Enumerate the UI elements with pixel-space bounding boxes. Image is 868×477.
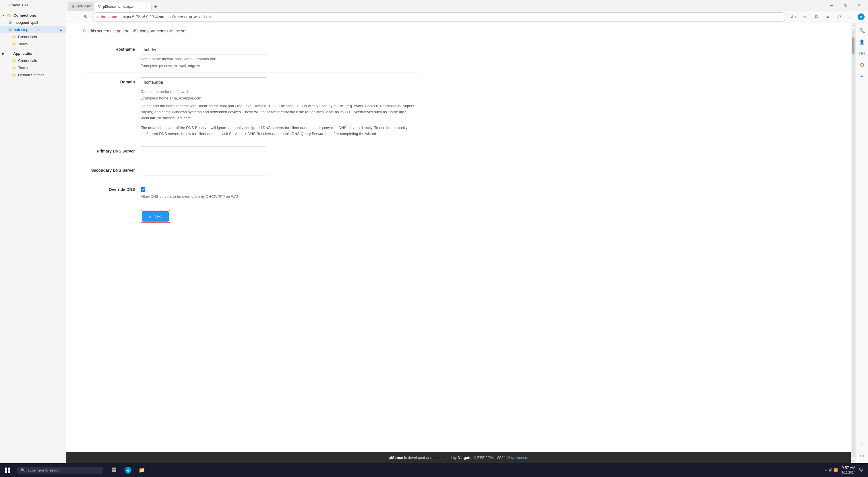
next-button-label: Next xyxy=(154,214,162,219)
minimize-button[interactable]: ─ xyxy=(825,0,838,11)
domain-row: Domain Domain name for the firewall. Exa… xyxy=(83,73,422,142)
start-button[interactable] xyxy=(0,463,15,477)
sidebar-item-credentials-app[interactable]: 📁 Credentials xyxy=(0,57,66,64)
footer-pfsense-text: pfSense xyxy=(389,455,403,460)
svg-rect-6 xyxy=(112,470,114,472)
domain-help: Domain name for the firewall. xyxy=(141,89,422,95)
primary-dns-input[interactable] xyxy=(141,146,267,156)
search-sidebar-btn[interactable]: 🔍 xyxy=(857,25,867,36)
warning-icon: ⚠ xyxy=(3,3,7,7)
scrollbar[interactable]: ▲ ▼ xyxy=(851,23,856,463)
scrollbar-down[interactable]: ▼ xyxy=(851,458,856,463)
footer-copyright: © ESF 2004 - 2024 xyxy=(473,455,506,460)
tab-overview[interactable]: ⊞ Overview xyxy=(68,2,94,11)
scrollbar-track[interactable] xyxy=(852,29,855,457)
edge-taskbar-btn[interactable]: e xyxy=(122,463,134,477)
back-button[interactable]: ← xyxy=(69,12,79,22)
domain-example: Examples: home.arpa, example.com xyxy=(141,96,422,100)
read-mode-button[interactable]: Aa xyxy=(789,12,798,22)
taskview-button[interactable] xyxy=(108,463,121,477)
sidebar-item-hub-step-stone[interactable]: 🖥 hub-step-stone ▲ xyxy=(0,26,66,33)
office-sidebar-btn[interactable]: ⬡ xyxy=(857,60,867,70)
hostname-example: Examples: pfsense, firewall, edgefw xyxy=(141,64,422,68)
connections-section: ▼ 📁 Connections 🖥 ihoogend-vps3 🖥 hub-st… xyxy=(0,10,66,49)
scrollbar-up[interactable]: ▲ xyxy=(851,23,856,28)
sidebar-item-credentials-conn[interactable]: 📁 Credentials xyxy=(0,33,66,40)
secondary-dns-field xyxy=(141,166,422,175)
tasks-conn-label: Tasks xyxy=(18,42,28,46)
nav-bar: ← ↻ ⚠ Not secure | https://172.16.0.20/w… xyxy=(66,11,868,23)
browser-essentials-button[interactable]: 🛡 xyxy=(835,12,844,22)
taskbar-clock: 9:57 AM 5/16/2024 xyxy=(841,465,856,475)
settings-sidebar-btn[interactable]: ⚙ xyxy=(857,451,867,461)
active-indicator: ▲ xyxy=(59,28,62,31)
scrollbar-thumb[interactable] xyxy=(852,37,855,55)
override-dns-help: Allow DNS servers to be overridden by DH… xyxy=(141,194,422,200)
url-separator: | xyxy=(119,14,120,19)
primary-dns-field xyxy=(141,146,422,156)
sidebar-item-tasks-conn[interactable]: 📁 Tasks xyxy=(0,40,66,47)
not-secure-icon: ⚠ xyxy=(96,15,99,19)
connections-header[interactable]: ▼ 📁 Connections xyxy=(0,11,66,19)
outlook-sidebar-btn[interactable]: 📧 xyxy=(857,48,867,59)
browser-window: ⊞ Overview 🛡 pfSense.home.arpa - Wizard:… xyxy=(66,0,868,463)
collections-button[interactable]: ★ xyxy=(823,12,832,22)
override-dns-row: Override DNS Allow DNS servers to be ove… xyxy=(83,180,422,204)
app-title: ⚠ Oracle TSX xyxy=(0,0,66,10)
notification-icon[interactable]: 🗨 xyxy=(859,468,863,473)
taskbar-date: 5/16/2024 xyxy=(841,470,856,475)
profile-sidebar-btn[interactable]: 👤 xyxy=(857,37,867,47)
explorer-taskbar-btn[interactable]: 📁 xyxy=(135,463,148,477)
hostname-field: Name of the firewall host, without domai… xyxy=(141,45,422,68)
svg-rect-5 xyxy=(114,468,116,470)
new-tab-button[interactable]: + xyxy=(152,3,160,11)
primary-dns-row: Primary DNS Server xyxy=(83,142,422,161)
folder-icon-tasks: 📁 xyxy=(12,42,17,46)
hostname-input[interactable] xyxy=(141,45,267,55)
not-secure-text: Not secure xyxy=(100,15,117,19)
app-sidebar: ⚠ Oracle TSX ▼ 📁 Connections 🖥 ihoogend-… xyxy=(0,0,66,463)
maximize-button[interactable]: ⧉ xyxy=(839,0,852,11)
copilot-sidebar-btn[interactable]: ✦ xyxy=(857,71,867,81)
expand-icon-app: ▶ xyxy=(2,52,5,55)
hostname-help: Name of the firewall host, without domai… xyxy=(141,56,422,62)
taskbar-right: ∧ 🔊 📶 9:57 AM 5/16/2024 🗨 xyxy=(825,465,868,475)
footer-license-link[interactable]: View license. xyxy=(507,455,528,460)
expand-icon: ▼ xyxy=(2,14,5,17)
address-bar[interactable]: ⚠ Not secure | https://172.16.0.20/wizar… xyxy=(92,12,786,22)
primary-dns-label: Primary DNS Server xyxy=(83,146,141,154)
more-button[interactable]: ··· xyxy=(846,12,856,22)
next-button[interactable]: » Next xyxy=(142,211,169,222)
secondary-dns-input[interactable] xyxy=(141,166,267,175)
edge-icon: e xyxy=(858,13,865,20)
add-sidebar-btn[interactable]: + xyxy=(857,439,867,449)
sidebar-item-vps3[interactable]: 🖥 ihoogend-vps3 xyxy=(0,19,66,26)
taskbar-search[interactable]: 🔍 Type here to search xyxy=(17,467,103,474)
button-container: » Next xyxy=(83,204,422,229)
override-dns-checkbox[interactable] xyxy=(141,187,145,192)
domain-input[interactable] xyxy=(141,77,267,87)
folder-icon-tasks-app: 📁 xyxy=(12,66,17,70)
close-button[interactable]: ✕ xyxy=(852,0,866,11)
taskbar-time: 9:57 AM xyxy=(841,465,856,470)
vps3-label: ihoogend-vps3 xyxy=(14,20,38,25)
tab-hub-step-stone[interactable]: 🛡 pfSense.home.arpa - Wizard: pfs... ✕ xyxy=(94,2,152,11)
sidebar-item-tasks-app[interactable]: 📁 Tasks xyxy=(0,64,66,71)
tab-close-button[interactable]: ✕ xyxy=(144,4,148,9)
domain-label: Domain xyxy=(83,77,141,84)
tab-bar: ⊞ Overview 🛡 pfSense.home.arpa - Wizard:… xyxy=(68,0,824,11)
sidebar-item-default-settings[interactable]: 📁 Default Settings xyxy=(0,71,66,78)
folder-icon-cred-app: 📁 xyxy=(12,59,17,63)
application-header[interactable]: ▶ Application xyxy=(0,50,66,57)
window-controls: ─ ⧉ ✕ xyxy=(825,0,866,11)
credentials-conn-label: Credentials xyxy=(18,35,37,39)
refresh-button[interactable]: ↻ xyxy=(81,12,90,22)
form-container: On this screen the general pfSense param… xyxy=(66,23,439,452)
favorites-button[interactable]: ☆ xyxy=(800,12,809,22)
tab-overview-grid-icon: ⊞ xyxy=(72,4,74,8)
domain-field: Domain name for the firewall. Examples: … xyxy=(141,77,422,137)
split-screen-button[interactable]: ⧉ xyxy=(812,12,821,22)
footer-netgate: Netgate. xyxy=(458,455,472,460)
application-label: Application xyxy=(13,51,34,56)
taskbar: 🔍 Type here to search e 📁 ∧ 🔊 📶 9:57 AM … xyxy=(0,463,868,477)
